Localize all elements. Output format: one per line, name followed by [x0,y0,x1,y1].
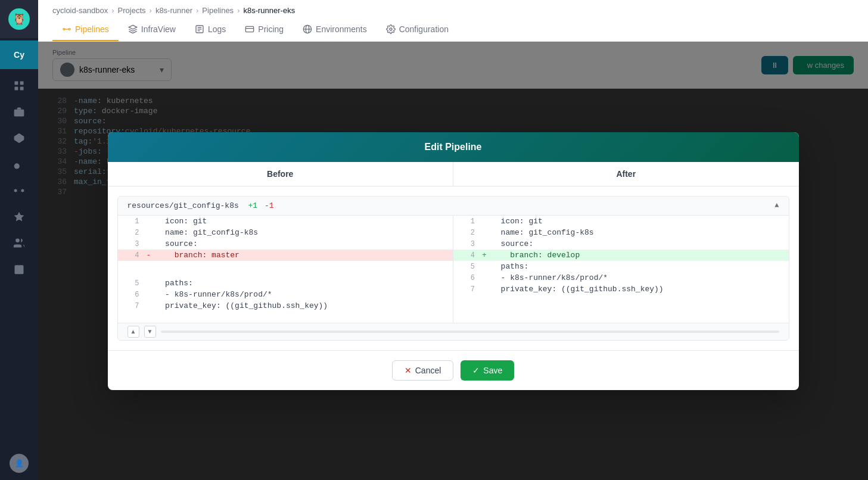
briefcase-icon [13,106,25,118]
diff-after-line-4: 4 + branch: develop [453,250,789,261]
svg-point-7 [14,189,17,192]
app-logo: 🦉 [8,8,30,30]
page-content: Pipeline k8s-runner-eks ▾ ⏸ w changes 28… [38,42,868,480]
modal-overlay: Edit Pipeline Before After resources/git… [38,42,868,480]
user-avatar[interactable]: 👤 [10,454,29,473]
save-label: Save [483,366,502,375]
sidebar-nav [5,69,33,454]
diff-header: Before After [108,162,799,186]
tab-configuration[interactable]: Configuration [377,18,458,41]
diff-before-line-4: 4 - branch: master [118,250,453,261]
diff-before-line-5: 5 paths: [118,278,453,289]
svg-point-16 [63,29,65,30]
diff-after-line-1: 1 icon: git [453,216,789,227]
svg-point-17 [69,29,70,30]
svg-marker-5 [14,133,24,144]
favorites-icon [13,211,25,223]
svg-rect-2 [15,87,18,91]
tab-infraview-label: InfraView [141,24,176,34]
sidebar: 🦉 Cy 👤 [0,0,38,480]
diff-before-side: 1 icon: git 2 name: git_config-k8s [118,216,454,323]
diff-after-line-2: 2 name: git_config-k8s [453,227,789,238]
sidebar-item-people[interactable] [5,231,33,255]
save-button[interactable]: ✓ Save [461,360,514,381]
breadcrumb-item-org[interactable]: cycloid-sandbox [52,6,108,15]
svg-point-28 [390,28,392,30]
pipelines-tab-icon [62,24,71,34]
sidebar-item-keys[interactable] [5,152,33,176]
diff-before-line-2: 2 name: git_config-k8s [118,227,453,238]
tab-pricing[interactable]: Pricing [235,18,293,41]
tab-environments[interactable]: Environments [293,18,377,41]
diff-section: resources/git_config-k8s +1 -1 ▲ 1 [117,196,789,341]
svg-marker-10 [14,212,24,222]
cancel-button[interactable]: ✕ Cancel [392,360,454,381]
svg-rect-4 [14,110,24,117]
breadcrumb-sep-4: › [237,6,239,15]
sidebar-item-calendar[interactable] [5,257,33,281]
svg-point-8 [21,189,24,192]
diff-scroll-down-button[interactable]: ▼ [144,326,156,338]
modal-body: Before After resources/git_config-k8s +1… [108,162,799,341]
svg-point-6 [14,163,20,169]
diff-after-side: 1 icon: git 2 name: git_config-k8s [453,216,789,323]
tab-configuration-label: Configuration [399,24,449,34]
tab-logs[interactable]: Logs [185,18,235,41]
diff-after-line-5: 5 paths: [453,261,789,272]
diff-scrollbar-track [161,331,779,333]
svg-rect-0 [15,82,18,85]
diff-after-line-7: 7 private_key: ((git_github.ssh_key)) [453,283,789,295]
sidebar-item-projects[interactable] [5,100,33,124]
diff-before-line-1: 1 icon: git [118,216,453,227]
sidebar-item-connections[interactable] [5,179,33,202]
diff-section-header: resources/git_config-k8s +1 -1 ▲ [118,197,789,216]
cancel-icon: ✕ [405,366,412,375]
svg-rect-1 [20,82,24,85]
org-switcher[interactable]: Cy [0,40,38,69]
breadcrumb: cycloid-sandbox › Projects › k8s-runner … [52,0,854,18]
breadcrumb-item-projects[interactable]: Projects [118,6,146,15]
breadcrumb-item-runner[interactable]: k8s-runner [155,6,192,15]
breadcrumb-item-pipelines[interactable]: Pipelines [202,6,234,15]
diff-collapse-button[interactable]: ▲ [774,201,779,210]
sidebar-item-dashboard[interactable] [5,74,33,98]
sidebar-item-modules[interactable] [5,126,33,150]
infraview-tab-icon [128,24,138,34]
sidebar-logo: 🦉 [0,0,38,38]
cancel-label: Cancel [415,366,441,375]
modal-header: Edit Pipeline [108,132,799,162]
diff-add-badge: +1 [248,201,258,210]
topbar: cycloid-sandbox › Projects › k8s-runner … [38,0,868,42]
diff-scrollbar-nav: ▲ ▼ [118,323,789,340]
modal-footer: ✕ Cancel ✓ Save [108,350,799,390]
environments-tab-icon [303,24,312,34]
tab-infraview[interactable]: InfraView [119,18,185,41]
tab-pricing-label: Pricing [258,24,284,34]
breadcrumb-sep-2: › [150,6,152,15]
svg-rect-23 [246,26,254,32]
breadcrumb-sep-3: › [196,6,198,15]
tab-bar: Pipelines InfraView Logs Pricing Environ… [52,18,854,41]
diff-before-line-6: 6 - k8s-runner/k8s/prod/* [118,289,453,300]
dashboard-icon [13,80,25,92]
tab-logs-label: Logs [208,24,226,34]
svg-point-11 [15,239,20,243]
modules-icon [13,132,25,144]
diff-before-line-7: 7 private_key: ((git_github.ssh_key)) [118,300,453,311]
breadcrumb-current: k8s-runner-eks [243,6,295,15]
diff-before-line-3: 3 source: [118,238,453,250]
tab-pipelines[interactable]: Pipelines [52,18,119,41]
modal-title: Edit Pipeline [424,142,481,152]
pricing-tab-icon [245,24,254,34]
diff-scroll-up-button[interactable]: ▲ [127,326,139,338]
diff-after-line-3: 3 source: [453,238,789,250]
diff-before-line-empty [118,261,453,278]
diff-remove-badge: -1 [265,201,274,210]
diff-content: 1 icon: git 2 name: git_config-k8s [118,216,789,323]
breadcrumb-sep-1: › [111,6,114,15]
edit-pipeline-modal: Edit Pipeline Before After resources/git… [108,132,799,390]
people-icon [13,237,25,249]
connections-icon [13,185,25,197]
sidebar-item-favorites[interactable] [5,205,33,229]
svg-rect-3 [20,87,24,91]
